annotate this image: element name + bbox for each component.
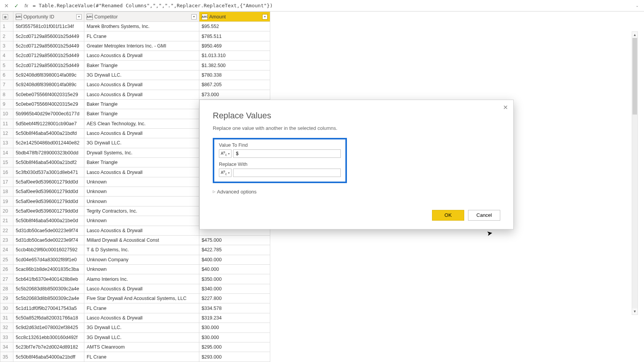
cell-competitor[interactable]: Unknown xyxy=(84,177,199,187)
text-type-icon[interactable]: ABC xyxy=(87,14,93,20)
cell-competitor[interactable]: Lasco Acoustics & Drywall xyxy=(84,90,199,99)
cell-opportunity-id[interactable]: 5cb641fb6370e4001428b8eb xyxy=(13,274,84,284)
cell-opportunity-id[interactable]: 5c50b8f46aba54000a21bdfd xyxy=(13,128,84,138)
accept-formula-icon[interactable]: ✓ xyxy=(13,3,20,9)
scroll-up-arrow-icon[interactable]: ▲ xyxy=(632,32,637,38)
column-header-competitor[interactable]: ABC Competitor ▾ xyxy=(84,12,199,22)
row-number[interactable]: 18 xyxy=(0,187,13,197)
cell-competitor[interactable]: Baker Triangle xyxy=(84,99,199,109)
row-number[interactable]: 11 xyxy=(0,119,13,128)
row-number[interactable]: 3 xyxy=(0,41,13,51)
cell-opportunity-id[interactable]: 5d31db50cae5de00223e9f74 xyxy=(13,235,84,245)
cell-opportunity-id[interactable]: 5c50b8f46aba54000a21bdff xyxy=(13,352,84,362)
table-row[interactable]: 285c5b20683d8b8500309c2a4eLasco Acoustic… xyxy=(0,284,270,293)
row-number[interactable]: 4 xyxy=(0,51,13,61)
row-number[interactable]: 26 xyxy=(0,264,13,274)
cell-competitor[interactable]: AES Clean Technology, Inc. xyxy=(84,119,199,128)
cell-competitor[interactable]: FL Crane xyxy=(84,303,199,313)
cell-amount[interactable]: $40.000 xyxy=(199,264,270,274)
row-number[interactable]: 23 xyxy=(0,235,13,245)
find-type-selector[interactable]: ABC ▾ xyxy=(219,149,232,158)
cell-amount[interactable]: $867.205 xyxy=(199,80,270,90)
table-row[interactable]: 55c2cd07129a856001b25d449Baker Triangle$… xyxy=(0,61,270,70)
text-type-icon[interactable]: ABC xyxy=(16,14,22,20)
table-row[interactable]: 65c92408d6f83980014fa089c3G Drywall LLC.… xyxy=(0,70,270,80)
cell-competitor[interactable]: 3G Drywall LLC. xyxy=(84,70,199,80)
row-number[interactable]: 20 xyxy=(0,206,13,216)
replace-with-input[interactable] xyxy=(233,169,341,177)
row-number[interactable]: 32 xyxy=(0,323,13,333)
cell-opportunity-id[interactable]: 5bdb478fb7289000323b00dd xyxy=(13,148,84,157)
cell-amount[interactable]: $400.000 xyxy=(199,255,270,264)
cell-competitor[interactable]: Baker Triangle xyxy=(84,61,199,70)
cell-competitor[interactable]: Lasco Acoustics & Drywall xyxy=(84,226,199,235)
table-row[interactable]: 255cd04e657d4a83002f89f1e0Unknown Compan… xyxy=(0,255,270,264)
cell-amount[interactable]: $475.000 xyxy=(199,235,270,245)
cell-competitor[interactable]: FL Crane xyxy=(84,352,199,362)
cell-amount[interactable]: $785.511 xyxy=(199,31,270,41)
cell-amount[interactable]: $1.013.310 xyxy=(199,51,270,61)
cell-competitor[interactable]: Greater Metroplex Interiors Inc. - GMI xyxy=(84,41,199,51)
table-row[interactable]: 85c0ebe075566f40020315e29Lasco Acoustics… xyxy=(0,90,270,99)
cell-opportunity-id[interactable]: 5d31db50cae5de00223e9f74 xyxy=(13,226,84,235)
cell-opportunity-id[interactable]: 5cd04e657d4a83002f89f1e0 xyxy=(13,255,84,264)
table-row[interactable]: 305c1d11df0f9b270041‍7543a5FL Crane$334.… xyxy=(0,303,270,313)
cell-opportunity-id[interactable]: 5bf3557581c01f001f11c34f xyxy=(13,22,84,31)
cell-competitor[interactable]: Unknown xyxy=(84,197,199,206)
cell-opportunity-id[interactable]: 5c92408d6f83980014fa089c xyxy=(13,70,84,80)
row-number[interactable]: 30 xyxy=(0,303,13,313)
cell-competitor[interactable]: Baker Triangle xyxy=(84,158,199,167)
cell-competitor[interactable]: Unknown Company xyxy=(84,255,199,264)
cell-competitor[interactable]: Lasco Acoustics & Drywall xyxy=(84,51,199,61)
cell-amount[interactable]: $340.000 xyxy=(199,284,270,293)
table-row[interactable]: 235d31db50cae5de00223e9f74Millard Drywal… xyxy=(0,235,270,245)
row-number[interactable]: 35 xyxy=(0,352,13,362)
row-number[interactable]: 6 xyxy=(0,70,13,80)
cell-opportunity-id[interactable]: 5ccb4bb29f60c00016027592 xyxy=(13,245,84,255)
table-row[interactable]: 75c92408d6f83980014fa089cLasco Acoustics… xyxy=(0,80,270,90)
row-number[interactable]: 17 xyxy=(0,177,13,187)
cell-amount[interactable]: $293.000 xyxy=(199,352,270,362)
scroll-thumb[interactable] xyxy=(632,38,637,115)
cell-opportunity-id[interactable]: 5c5af0ee9d5396001279dd0d xyxy=(13,187,84,197)
row-number[interactable]: 8 xyxy=(0,90,13,99)
cell-competitor[interactable]: 3G Drywall LLC. xyxy=(84,323,199,333)
row-number[interactable]: 2 xyxy=(0,31,13,41)
vertical-scrollbar[interactable]: ▲ ▼ xyxy=(632,31,638,315)
row-number[interactable]: 25 xyxy=(0,255,13,264)
table-row[interactable]: 315c50a852f6da820031766a18Lasco Acoustic… xyxy=(0,313,270,323)
formula-input[interactable] xyxy=(33,3,630,8)
cell-competitor[interactable]: Lasco Acoustics & Drywall xyxy=(84,128,199,138)
scroll-down-arrow-icon[interactable]: ▼ xyxy=(632,308,637,314)
table-row[interactable]: 345c23bf7e7b7e2d0024d89182AMTS Cleanroom… xyxy=(0,342,270,352)
table-options-icon[interactable]: ▦ xyxy=(3,14,8,20)
column-filter-icon[interactable]: ▾ xyxy=(191,14,197,20)
cell-amount[interactable]: $30.000 xyxy=(199,323,270,333)
row-number[interactable]: 29 xyxy=(0,294,13,303)
row-number[interactable]: 22 xyxy=(0,226,13,235)
cell-opportunity-id[interactable]: 5c0ebe075566f40020315e29 xyxy=(13,90,84,99)
advanced-options-toggle[interactable]: ▷ Advanced options xyxy=(213,189,256,195)
row-number[interactable]: 15 xyxy=(0,158,13,167)
cell-competitor[interactable]: Marek Brothers Systems, Inc. xyxy=(84,22,199,31)
cell-opportunity-id[interactable]: 5c5af0ee9d5396001279dd0d xyxy=(13,206,84,216)
row-number[interactable]: 1 xyxy=(0,22,13,31)
column-filter-icon[interactable]: ▾ xyxy=(76,14,82,20)
close-icon[interactable]: ✕ xyxy=(503,104,508,111)
cell-opportunity-id[interactable]: 5b9965b40d29e7000ec6177d xyxy=(13,109,84,119)
cell-opportunity-id[interactable]: 5c5b20683d8b8500309c2a4e xyxy=(13,294,84,303)
column-header-opportunity-id[interactable]: ABC Opportunity ID ▾ xyxy=(13,12,84,22)
cell-opportunity-id[interactable]: 5c2e14250486bd0012440e82 xyxy=(13,138,84,148)
expand-formula-icon[interactable]: ⌄ xyxy=(633,3,641,8)
cell-amount[interactable]: $950.469 xyxy=(199,41,270,51)
cell-amount[interactable]: $350.000 xyxy=(199,274,270,284)
cell-competitor[interactable]: Millard Drywall & Acoustical Const xyxy=(84,235,199,245)
row-number[interactable]: 7 xyxy=(0,80,13,90)
cell-competitor[interactable]: T & D Systems, Inc. xyxy=(84,245,199,255)
cell-amount[interactable]: $334.578 xyxy=(199,303,270,313)
cell-amount[interactable]: $30.000 xyxy=(199,333,270,342)
cell-opportunity-id[interactable]: 5c2cd07129a856001b25d449 xyxy=(13,41,84,51)
cell-opportunity-id[interactable]: 5d5bebf4f91228001cb90ae7 xyxy=(13,119,84,128)
row-number[interactable]: 31 xyxy=(0,313,13,323)
table-row[interactable]: 25c2cd07129a856001b25d449FL Crane$785.51… xyxy=(0,31,270,41)
